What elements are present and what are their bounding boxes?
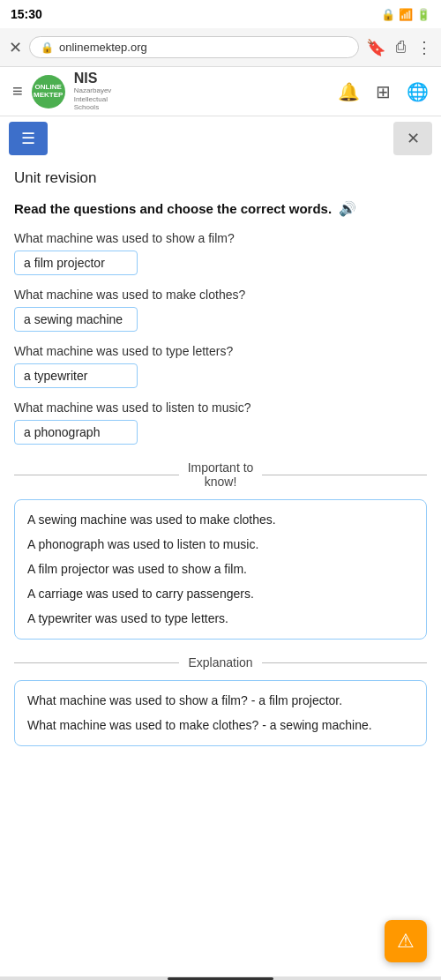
browser-lock-icon: 🔒 [41, 41, 54, 54]
more-icon[interactable]: ⋮ [416, 38, 432, 57]
exp-divider-line-left [14, 662, 179, 663]
main-content: Unit revision Read the questions and cho… [0, 161, 441, 764]
warning-icon: ⚠ [397, 930, 415, 953]
important-item-2: A phonograph was used to listen to music… [27, 535, 414, 554]
nav-nis-block: NIS NazarbayevIntellectualSchools [74, 71, 112, 112]
answer-3: a typewriter [14, 363, 138, 388]
divider-line-right [262, 475, 427, 475]
qa-block-3: What machine was used to type letters? a… [14, 344, 427, 388]
status-bar: 15:30 🔒 📶 🔋 [0, 0, 441, 28]
status-icons: 🔒 📶 🔋 [381, 8, 430, 21]
nav-logo: ONLINEMEKTEP [32, 75, 65, 108]
browser-url: onlinemektep.org [59, 41, 147, 54]
explanation-box: What machine was used to show a film? - … [14, 680, 427, 746]
nav-right-icons: 🔔 ⊞ 🌐 [338, 81, 429, 102]
important-divider: Important toknow! [14, 460, 427, 489]
status-time: 15:30 [11, 7, 42, 21]
important-box: A sewing machine was used to make clothe… [14, 499, 427, 640]
browser-actions: 🔖 ⎙ ⋮ [366, 38, 432, 57]
lock-icon: 🔒 [381, 8, 395, 21]
question-2: What machine was used to make clothes? [14, 288, 427, 302]
bell-icon[interactable]: 🔔 [338, 81, 360, 102]
sound-icon[interactable]: 🔊 [339, 201, 356, 216]
answer-1: a film projector [14, 251, 138, 275]
close-icon: ✕ [407, 129, 420, 148]
answer-4: a phonograph [14, 420, 138, 445]
instruction-text: Read the questions and choose the correc… [14, 201, 332, 216]
important-item-1: A sewing machine was used to make clothe… [27, 511, 414, 529]
battery-icon: 🔋 [416, 8, 430, 21]
explanation-item-1: What machine was used to show a film? - … [27, 692, 414, 710]
answer-2: a sewing machine [14, 307, 138, 332]
grid-icon[interactable]: ⊞ [376, 81, 391, 102]
nav-hamburger-icon[interactable]: ≡ [12, 81, 23, 101]
fab-warning-button[interactable]: ⚠ [385, 920, 427, 962]
unit-title: Unit revision [14, 169, 427, 187]
nav-nis-subtitle: NazarbayevIntellectualSchools [74, 86, 112, 112]
globe-icon[interactable]: 🌐 [407, 81, 429, 102]
qa-block-1: What machine was used to show a film? a … [14, 231, 427, 275]
important-item-5: A typewriter was used to type letters. [27, 610, 414, 628]
explanation-label: Explanation [188, 655, 252, 670]
divider-line-left [14, 475, 179, 475]
share-icon[interactable]: ⎙ [396, 38, 406, 56]
bottom-bar [0, 976, 441, 980]
nav-bar: ≡ ONLINEMEKTEP NIS NazarbayevIntellectua… [0, 67, 441, 116]
nav-nis-label: NIS [74, 71, 112, 86]
browser-bar: ✕ 🔒 onlinemektep.org 🔖 ⎙ ⋮ [0, 28, 441, 67]
section-instruction: Read the questions and choose the correc… [14, 199, 427, 219]
hamburger-icon: ☰ [21, 129, 35, 148]
menu-button[interactable]: ☰ [9, 122, 48, 155]
bottom-bar-indicator [168, 977, 273, 980]
menu-row: ☰ ✕ [0, 116, 441, 161]
qa-block-2: What machine was used to make clothes? a… [14, 288, 427, 332]
browser-url-box[interactable]: 🔒 onlinemektep.org [29, 36, 359, 58]
question-4: What machine was used to listen to music… [14, 400, 427, 415]
browser-close-button[interactable]: ✕ [9, 38, 22, 57]
important-label: Important toknow! [188, 460, 254, 489]
explanation-divider: Explanation [14, 655, 427, 670]
close-button[interactable]: ✕ [393, 122, 432, 155]
question-3: What machine was used to type letters? [14, 344, 427, 358]
question-1: What machine was used to show a film? [14, 231, 427, 245]
nav-logo-text: ONLINEMEKTEP [34, 84, 63, 100]
bookmark-icon[interactable]: 🔖 [366, 38, 385, 57]
important-item-4: A carriage was used to carry passengers. [27, 585, 414, 603]
exp-divider-line-right [262, 662, 427, 663]
wifi-icon: 📶 [399, 8, 413, 21]
explanation-item-2: What machine was used to make clothes? -… [27, 716, 414, 735]
important-item-3: A film projector was used to show a film… [27, 560, 414, 579]
qa-block-4: What machine was used to listen to music… [14, 400, 427, 445]
